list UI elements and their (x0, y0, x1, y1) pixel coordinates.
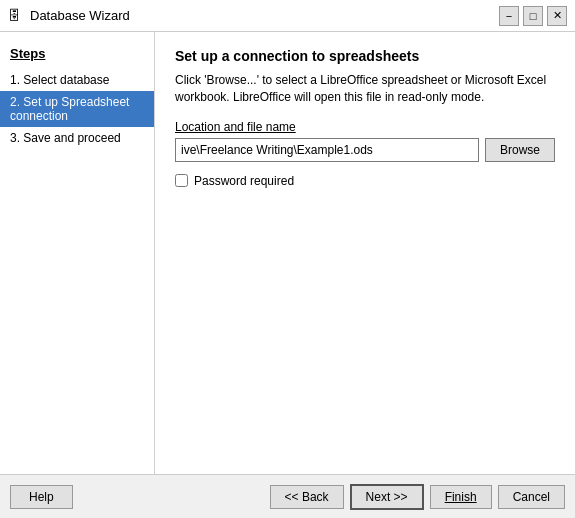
panel-spacer (175, 188, 555, 464)
browse-button[interactable]: Browse (485, 138, 555, 162)
close-button[interactable]: ✕ (547, 6, 567, 26)
title-bar: 🗄 Database Wizard − □ ✕ (0, 0, 575, 32)
file-row: Browse (175, 138, 555, 162)
password-label: Password required (194, 174, 294, 188)
title-bar-title: Database Wizard (30, 8, 130, 23)
file-input[interactable] (175, 138, 479, 162)
maximize-button[interactable]: □ (523, 6, 543, 26)
sidebar: Steps 1. Select database 2. Set up Sprea… (0, 32, 155, 474)
file-label: Location and file name (175, 120, 555, 134)
back-button[interactable]: << Back (270, 485, 344, 509)
minimize-button[interactable]: − (499, 6, 519, 26)
title-bar-left: 🗄 Database Wizard (8, 8, 130, 24)
sidebar-item-step3[interactable]: 3. Save and proceed (0, 127, 154, 149)
help-button[interactable]: Help (10, 485, 73, 509)
bottom-bar: Help << Back Next >> Finish Cancel (0, 474, 575, 518)
finish-button[interactable]: Finish (430, 485, 492, 509)
title-bar-controls: − □ ✕ (499, 6, 567, 26)
panel-title: Set up a connection to spreadsheets (175, 48, 555, 64)
password-row: Password required (175, 174, 555, 188)
right-panel: Set up a connection to spreadsheets Clic… (155, 32, 575, 474)
password-checkbox[interactable] (175, 174, 188, 187)
sidebar-item-step1[interactable]: 1. Select database (0, 69, 154, 91)
next-button[interactable]: Next >> (350, 484, 424, 510)
main-content: Steps 1. Select database 2. Set up Sprea… (0, 32, 575, 474)
sidebar-item-step2[interactable]: 2. Set up Spreadsheet connection (0, 91, 154, 127)
cancel-button[interactable]: Cancel (498, 485, 565, 509)
panel-description: Click 'Browse...' to select a LibreOffic… (175, 72, 555, 106)
sidebar-heading: Steps (0, 42, 154, 69)
app-icon: 🗄 (8, 8, 24, 24)
